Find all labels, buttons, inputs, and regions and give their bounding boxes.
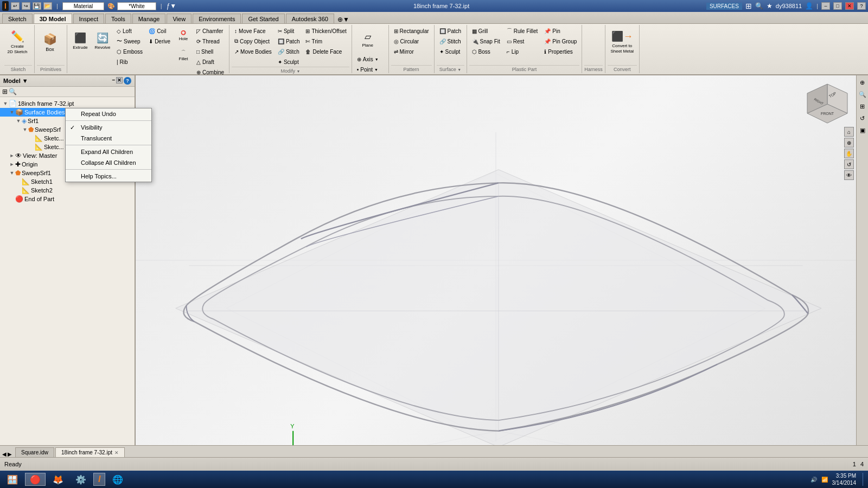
snap-fit-button[interactable]: 🔌 Snap Fit (469, 36, 503, 46)
circular-button[interactable]: ◎ Circular (391, 36, 432, 46)
view-master-expander[interactable]: ► (9, 153, 15, 158)
taskbar-app-firefox[interactable]: 🦊 (48, 473, 68, 486)
start-button[interactable]: 🪟 (2, 473, 23, 486)
hole-button[interactable]: ⭕Hole (174, 26, 193, 45)
origin-expander[interactable]: ► (9, 162, 15, 167)
surface-sculpt-button[interactable]: ✦ Sculpt (437, 47, 464, 56)
create-2d-sketch-button[interactable]: ✏️ Create2D Sketch (4, 26, 30, 59)
taskbar-app-arduino[interactable]: ⚙️ (71, 473, 91, 486)
plane-button[interactable]: ▱ Plane (356, 26, 380, 53)
rectangular-button[interactable]: ⊞ Rectangular (391, 26, 432, 36)
qa-open[interactable]: 📂 (43, 2, 52, 10)
rib-button[interactable]: | Rib (114, 57, 145, 67)
tab-3d-model[interactable]: 3D Model (34, 14, 72, 23)
app-logo-icon[interactable]: I (2, 1, 9, 11)
tab-inspect[interactable]: Inspect (73, 14, 104, 23)
grill-button[interactable]: ▦ Grill (469, 26, 503, 36)
copy-object-button[interactable]: ⧉ Copy Object (232, 36, 275, 46)
mirror-button[interactable]: ⇌ Mirror (391, 47, 432, 56)
panel-close-btn[interactable]: ✕ (116, 77, 123, 84)
fx-icon[interactable]: ƒ▼ (167, 2, 177, 10)
tab-get-started[interactable]: Get Started (242, 14, 284, 23)
ctx-translucent[interactable]: Translucent (66, 133, 151, 144)
sculpt-button[interactable]: ✦ Sculpt (275, 57, 303, 67)
nav-home-btn[interactable]: ⌂ (844, 127, 854, 137)
coil-button[interactable]: 🌀 Coil (146, 26, 173, 36)
combine-button[interactable]: ⊕ Combine (194, 67, 227, 75)
close-btn[interactable]: ✕ (845, 2, 854, 10)
revolve-button[interactable]: 🔄 Revolve (92, 26, 113, 56)
move-face-button[interactable]: ↕ Move Face (232, 26, 275, 36)
tree-end-of-part[interactable]: 🔴 End of Part (0, 195, 135, 203)
tab-environments[interactable]: Environments (193, 14, 241, 23)
pin-group-button[interactable]: 📌 Pin Group (541, 36, 579, 46)
extrude-button[interactable]: ⬛ Extrude (69, 26, 91, 56)
tab-18inch-close[interactable]: ✕ (114, 450, 119, 455)
patch-button[interactable]: 🔲 Patch (275, 36, 303, 46)
tab-tools[interactable]: Tools (105, 14, 131, 23)
root-expander[interactable]: ▼ (2, 101, 9, 106)
properties-button[interactable]: ℹ Properties (541, 47, 579, 56)
tree-sketch2[interactable]: 📐 Sketch2 (0, 186, 135, 195)
taskbar-volume-icon[interactable]: 🔊 (810, 477, 817, 483)
minimize-btn[interactable]: – (821, 2, 830, 10)
ctx-collapse-all[interactable]: Collapse All Children (66, 157, 151, 168)
tab-nav-right[interactable]: ▶ (8, 451, 12, 457)
thread-button[interactable]: ⟳ Thread (194, 36, 227, 46)
panel-help-btn[interactable]: ? (124, 77, 131, 85)
sweepsrf-expander[interactable]: ▼ (22, 127, 28, 132)
material-dropdown[interactable]: Material (62, 2, 105, 10)
srf1-expander[interactable]: ▼ (15, 118, 22, 124)
taskbar-app-inventor[interactable]: I (93, 473, 105, 486)
derive-button[interactable]: ⬇ Derive (146, 36, 173, 46)
rule-fillet-button[interactable]: ⌒ Rule Fillet (504, 26, 540, 36)
help-btn[interactable]: ? (857, 2, 866, 10)
stitch-button[interactable]: 🔗 Stitch (275, 47, 303, 56)
move-bodies-button[interactable]: ↗ Move Bodies (232, 47, 275, 56)
nav-zoom-btn[interactable]: ⊕ (844, 138, 854, 147)
filter-icon[interactable]: ⊞ (2, 88, 8, 95)
tab-autodesk360[interactable]: Autodesk 360 (286, 14, 334, 23)
panel-minimize-btn[interactable]: – (112, 77, 115, 85)
nav-orbit-btn[interactable]: ↺ (844, 159, 854, 169)
tab-manage[interactable]: Manage (132, 14, 166, 23)
rs-btn-4[interactable]: ↺ (858, 113, 867, 123)
boss-button[interactable]: ⬡ Boss (469, 47, 503, 56)
surface-stitch-button[interactable]: 🔗 Stitch (437, 36, 464, 46)
search-tree-icon[interactable]: 🔍 (9, 88, 17, 95)
rs-btn-3[interactable]: ⊞ (858, 101, 867, 111)
trim-button[interactable]: ✄ Trim (303, 36, 349, 46)
fillet-button[interactable]: ⌒Fillet (174, 46, 193, 65)
restore-btn[interactable]: □ (833, 2, 842, 10)
tab-square-idw[interactable]: Square.idw (15, 447, 54, 457)
tab-sketch[interactable]: Sketch (2, 14, 33, 23)
lip-button[interactable]: ⌐ Lip (504, 47, 540, 56)
qa-save[interactable]: 💾 (33, 2, 41, 10)
emboss-button[interactable]: ⬡ Emboss (114, 47, 145, 56)
thicken-offset-button[interactable]: ⊞ Thicken/Offset (303, 26, 349, 36)
loft-button[interactable]: ◇ Loft (114, 26, 145, 36)
rs-btn-2[interactable]: 🔍 (858, 89, 867, 99)
delete-face-button[interactable]: 🗑 Delete Face (303, 47, 349, 56)
nav-pan-btn[interactable]: ✋ (844, 149, 854, 158)
color-dropdown[interactable]: *White (117, 2, 156, 10)
quick-access-redo[interactable]: ↪ (22, 2, 30, 10)
tab-nav-left[interactable]: ◀ (2, 451, 7, 457)
draft-button[interactable]: △ Draft (194, 57, 227, 67)
ctx-visibility[interactable]: Visibility (66, 122, 151, 133)
taskbar-network-icon[interactable]: 📶 (821, 477, 828, 483)
surface-bodies-expander[interactable]: ▼ (9, 110, 15, 115)
taskbar-app-chrome[interactable]: 🌐 (107, 473, 128, 486)
box-button[interactable]: 📦 Box (37, 26, 63, 59)
chamfer-button[interactable]: ◸ Chamfer (194, 26, 227, 36)
pin-button[interactable]: 📌 Pin (541, 26, 579, 36)
taskbar-app-1[interactable]: 🔴 (25, 473, 46, 486)
shell-button[interactable]: □ Shell (194, 47, 227, 56)
ctx-expand-all[interactable]: Expand All Children (66, 146, 151, 157)
tab-add-icon[interactable]: ⊕▼ (337, 16, 349, 23)
split-button[interactable]: ✂ Split (275, 26, 303, 36)
sweepsrf1-expander[interactable]: ▼ (9, 170, 15, 176)
axis-button[interactable]: ⊕ Axis ▼ (354, 54, 381, 64)
tab-18inch-frame[interactable]: 18inch frame 7-32.ipt ✕ (55, 447, 125, 457)
rs-btn-1[interactable]: ⊕ (858, 78, 867, 87)
